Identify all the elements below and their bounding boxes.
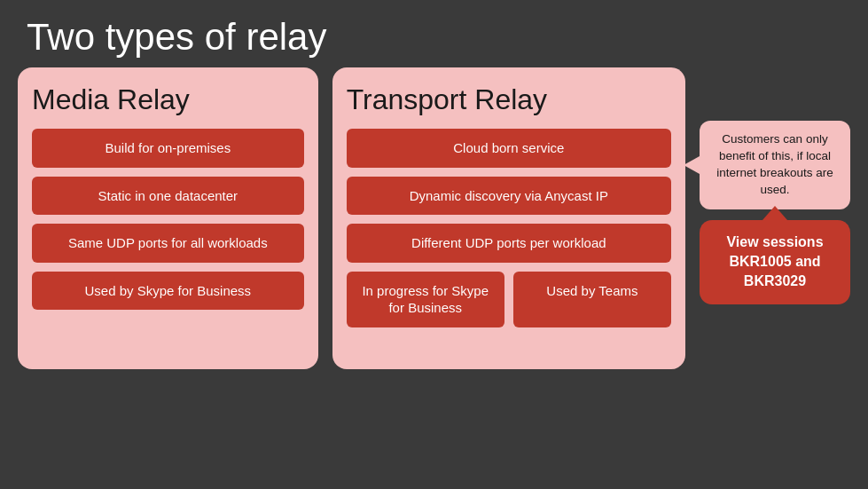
view-sessions-callout: View sessions BKR1005 and BKR3029 bbox=[700, 220, 850, 304]
media-relay-card: Media Relay Build for on-premises Static… bbox=[18, 67, 318, 369]
media-relay-title: Media Relay bbox=[32, 83, 304, 116]
transport-bottom-row: In progress for Skype for Business Used … bbox=[347, 272, 671, 336]
transport-relay-title: Transport Relay bbox=[347, 83, 671, 116]
transport-relay-item-3: Different UDP ports per workload bbox=[347, 224, 671, 263]
callout-area: Customers can only benefit of this, if l… bbox=[700, 67, 850, 304]
transport-relay-item-4: In progress for Skype for Business bbox=[347, 272, 504, 327]
transport-relay-item-2: Dynamic discovery via Anycast IP bbox=[347, 177, 671, 216]
transport-relay-card: Transport Relay Cloud born service Dynam… bbox=[332, 67, 685, 369]
media-relay-item-1: Build for on-premises bbox=[32, 129, 304, 168]
internet-breakout-callout: Customers can only benefit of this, if l… bbox=[700, 121, 850, 209]
transport-relay-item-5: Used by Teams bbox=[513, 272, 671, 327]
page-title: Two types of relay bbox=[0, 0, 868, 67]
media-relay-item-2: Static in one datacenter bbox=[32, 177, 304, 216]
media-relay-item-3: Same UDP ports for all workloads bbox=[32, 224, 304, 263]
transport-relay-item-1: Cloud born service bbox=[347, 129, 671, 168]
media-relay-item-4: Used by Skype for Business bbox=[32, 272, 304, 311]
